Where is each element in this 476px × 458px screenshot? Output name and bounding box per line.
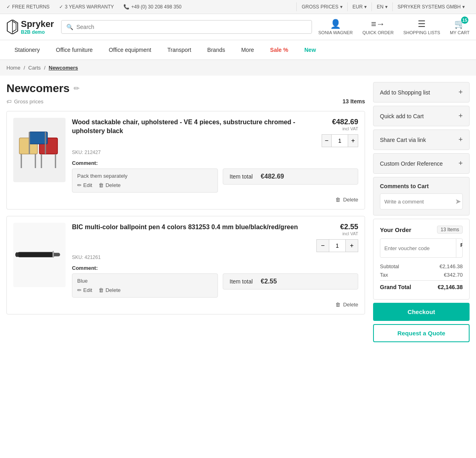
nav-more[interactable]: More (233, 40, 262, 60)
header-actions: 👤 SONIA WAGNER ≡→ QUICK ORDER ☰ SHOPPING… (318, 19, 470, 35)
item-total-label: Item total (230, 173, 253, 180)
pencil-icon: ✏ (77, 287, 82, 293)
your-order-title: Your Order (380, 226, 411, 233)
user-icon: 👤 (330, 19, 341, 29)
chevron-down-icon: ▾ (385, 4, 388, 10)
nav-new[interactable]: New (296, 40, 324, 60)
qty-input[interactable] (332, 134, 348, 147)
gross-prices-row: 🏷 Gross prices 13 Items (6, 98, 365, 105)
subtotal-line: Subtotal €2,146.38 (380, 263, 463, 269)
delete-comment-btn[interactable]: 🗑 Delete (98, 287, 121, 293)
chair-svg (15, 126, 64, 174)
breadcrumb-home[interactable]: Home (6, 65, 21, 71)
tag-icon: 🏷 (6, 99, 12, 105)
language-dropdown[interactable]: EN ▾ (371, 2, 392, 11)
breadcrumb-current: Newcomers (49, 65, 78, 71)
gross-prices-dropdown[interactable]: GROSS PRICES ▾ (296, 2, 347, 11)
qty-increase-btn[interactable]: + (345, 239, 358, 252)
delete-comment-btn[interactable]: 🗑 Delete (98, 182, 121, 188)
add-to-shopping-list-btn[interactable]: Add to Shopping list + (373, 82, 470, 103)
logo-icon (6, 20, 18, 34)
gross-prices-label: 🏷 Gross prices (6, 99, 43, 105)
order-summary-header: Your Order 13 Items (380, 226, 463, 234)
list-icon: ☰ (418, 19, 426, 29)
currency-dropdown[interactable]: EUR ▾ (347, 2, 371, 11)
company-dropdown[interactable]: SPRYKER SYSTEMS GMBH ▾ (392, 2, 470, 11)
tax-line: Tax €342.70 (380, 272, 463, 278)
chevron-down-icon: ▾ (340, 4, 343, 10)
item-total-value: €482.69 (261, 173, 284, 180)
search-input[interactable] (76, 24, 307, 30)
quick-order[interactable]: ≡→ QUICK ORDER (363, 19, 394, 35)
nav-sale[interactable]: Sale % (262, 40, 296, 60)
item-price-vat: incl VAT (322, 126, 359, 131)
nav-office-furniture[interactable]: Office furniture (48, 40, 101, 60)
item-sku: SKU: 212427 (72, 150, 358, 155)
item-sku: SKU: 421261 (72, 255, 358, 260)
item-total-section: Item total €2.55 (223, 273, 358, 298)
breadcrumb-carts[interactable]: Carts (28, 65, 41, 71)
edit-title-icon[interactable]: ✏ (74, 84, 80, 93)
custom-order-reference-btn[interactable]: Custom Order Reference + (373, 153, 470, 174)
comment-cart-input[interactable] (384, 199, 452, 205)
trash-icon: 🗑 (98, 287, 104, 293)
nav-stationery[interactable]: Stationery (6, 40, 48, 60)
delete-item-btn[interactable]: 🗑 Delete (335, 197, 358, 203)
item-name: Wood stackable chair, upholstered - VE 4… (72, 118, 315, 136)
nav-office-equipment[interactable]: Office equipment (101, 40, 160, 60)
plus-icon: + (458, 88, 463, 97)
user-account[interactable]: 👤 SONIA WAGNER (318, 19, 353, 35)
checkmark-icon: ✓ (6, 4, 10, 10)
share-cart-btn[interactable]: Share Cart via link + (373, 129, 470, 150)
comment-section: Comment: Pack them separately ✏ Edit 🗑 (72, 160, 358, 203)
breadcrumb-separator: / (44, 65, 45, 71)
logo[interactable]: Spryker B2B demo (6, 19, 55, 35)
sidebar: Add to Shopping list + Quick add to Cart… (373, 82, 470, 342)
shopping-lists[interactable]: ☰ SHOPPING LISTS (403, 19, 440, 35)
cart-item: BIC multi-color ballpoint pen 4 colors 8… (6, 216, 365, 314)
qty-decrease-btn[interactable]: − (322, 134, 332, 147)
comment-label: Comment: (72, 265, 358, 271)
checkout-btn[interactable]: Checkout (373, 303, 470, 321)
svg-rect-13 (53, 251, 54, 258)
comment-box: Blue ✏ Edit 🗑 Delete (72, 273, 218, 298)
qty-increase-btn[interactable]: + (348, 134, 358, 147)
quick-order-icon: ≡→ (371, 19, 385, 29)
item-price-vat: incl VAT (316, 231, 358, 236)
search-bar[interactable]: 🔍 (61, 20, 312, 34)
breadcrumb: Home / Carts / Newcomers (0, 60, 476, 76)
svg-rect-3 (29, 132, 47, 144)
qty-decrease-btn[interactable]: − (316, 239, 329, 252)
delete-item-btn[interactable]: 🗑 Delete (335, 302, 358, 308)
svg-point-12 (15, 252, 19, 257)
request-quote-btn[interactable]: Request a Quote (373, 324, 470, 342)
comment-text: Blue (77, 278, 213, 284)
comment-actions: ✏ Edit 🗑 Delete (77, 287, 213, 293)
comment-box: Pack them separately ✏ Edit 🗑 Delete (72, 168, 218, 193)
voucher-input[interactable] (380, 242, 456, 255)
redeem-code-btn[interactable]: Redeem code (456, 239, 463, 257)
grand-total-line: Grand Total €2,146.38 (380, 280, 463, 290)
plus-icon: + (458, 159, 463, 168)
item-details: BIC multi-color ballpoint pen 4 colors 8… (72, 223, 358, 308)
item-details: Wood stackable chair, upholstered - VE 4… (72, 118, 358, 203)
free-returns: ✓ FREE RETURNS (6, 4, 49, 10)
warranty: ✓ 3 YEARS WARRANTY (59, 4, 114, 10)
page-title-row: Newcomers ✏ (6, 82, 365, 95)
nav-brands[interactable]: Brands (199, 40, 233, 60)
send-comment-btn[interactable]: ➤ (455, 197, 461, 206)
item-image-pen (13, 223, 66, 287)
my-cart[interactable]: 🛒 15 MY CART (450, 19, 470, 35)
nav-transport[interactable]: Transport (159, 40, 199, 60)
voucher-row: Redeem code (380, 238, 463, 258)
quick-add-to-cart-btn[interactable]: Quick add to Cart + (373, 106, 470, 126)
comment-box-row: Pack them separately ✏ Edit 🗑 Delete (72, 168, 358, 193)
edit-comment-btn[interactable]: ✏ Edit (77, 182, 92, 188)
item-image-chair (13, 118, 66, 182)
item-total-label: Item total (230, 278, 253, 285)
edit-comment-btn[interactable]: ✏ Edit (77, 287, 92, 293)
comment-label: Comment: (72, 160, 358, 166)
phone-number: 📞 +49 (0) 30 208 498 350 (123, 4, 181, 10)
qty-input[interactable] (329, 239, 345, 252)
comment-section: Comment: Blue ✏ Edit 🗑 (72, 265, 358, 308)
